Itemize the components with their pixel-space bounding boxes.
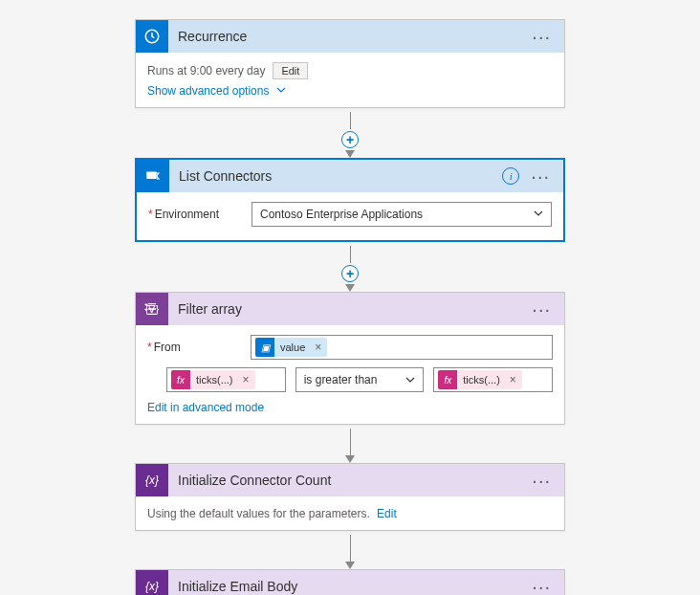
list-connectors-header[interactable]: List Connectors i ··· (137, 160, 563, 192)
init-count-title: Initialize Connector Count (168, 473, 526, 488)
edit-advanced-mode-link[interactable]: Edit in advanced mode (147, 401, 264, 414)
add-step-button[interactable]: + (341, 265, 359, 282)
chevron-down-icon (276, 84, 286, 98)
from-input[interactable]: ▣ value × (251, 335, 553, 360)
clock-icon (136, 20, 168, 53)
from-label: *From (147, 341, 243, 354)
connector-arrow: + (344, 242, 356, 292)
chevron-down-icon (534, 209, 543, 220)
condition-left[interactable]: fx ticks(...) × (166, 367, 286, 392)
chevron-down-icon (405, 375, 415, 385)
filter-array-card: {∇} Filter array ··· *From ▣ value × (135, 292, 565, 425)
condition-row: fx ticks(...) × is greater than fx ticks… (147, 367, 553, 392)
dynamic-content-icon: ▣ (255, 338, 274, 357)
variable-icon: {x} (136, 464, 168, 496)
condition-operator[interactable]: is greater than (295, 367, 425, 392)
connector-arrow (344, 425, 356, 463)
connector-arrow (344, 531, 356, 569)
filter-array-title: Filter array (168, 301, 526, 317)
init-count-edit-link[interactable]: Edit (377, 507, 397, 520)
init-count-header[interactable]: {x} Initialize Connector Count ··· (136, 464, 564, 496)
init-count-hint: Using the default values for the paramet… (147, 507, 370, 520)
edit-recurrence-button[interactable]: Edit (273, 62, 308, 79)
show-advanced-label: Show advanced options (147, 84, 269, 98)
variable-icon: {x} (136, 570, 168, 595)
init-count-card: {x} Initialize Connector Count ··· Using… (135, 463, 565, 531)
recurrence-header[interactable]: Recurrence ··· (136, 20, 564, 53)
remove-token[interactable]: × (504, 373, 522, 386)
operator-value: is greater than (304, 373, 378, 386)
list-connectors-menu[interactable]: ··· (525, 172, 556, 180)
recurrence-menu[interactable]: ··· (526, 33, 557, 40)
recurrence-schedule: Runs at 9:00 every day (147, 64, 265, 77)
connectors-icon (137, 160, 169, 192)
filter-array-menu[interactable]: ··· (526, 305, 557, 313)
init-body-title: Initialize Email Body (168, 579, 526, 594)
list-connectors-title: List Connectors (169, 168, 502, 184)
filter-array-header[interactable]: {∇} Filter array ··· (136, 293, 564, 325)
add-step-button[interactable]: + (341, 131, 359, 148)
recurrence-card: Recurrence ··· Runs at 9:00 every day Ed… (135, 19, 565, 108)
value-token: ▣ value × (255, 338, 327, 357)
svg-rect-1 (146, 172, 157, 180)
fx-icon: fx (171, 370, 190, 389)
show-advanced-link[interactable]: Show advanced options (147, 84, 286, 98)
init-count-menu[interactable]: ··· (526, 476, 557, 484)
condition-right[interactable]: fx ticks(...) × (433, 367, 553, 392)
ticks-token: fx ticks(...) × (171, 370, 255, 389)
environment-label: *Environment (148, 208, 244, 221)
init-body-card: {x} Initialize Email Body ··· Value Usin… (135, 569, 565, 595)
filter-icon: {∇} (136, 293, 168, 325)
list-connectors-card: List Connectors i ··· *Environment Conto… (135, 158, 565, 242)
init-body-menu[interactable]: ··· (526, 583, 557, 590)
environment-select[interactable]: Contoso Enterprise Applications (252, 202, 552, 227)
environment-value: Contoso Enterprise Applications (260, 208, 423, 221)
connector-arrow: + (344, 108, 356, 158)
remove-token[interactable]: × (309, 341, 327, 354)
recurrence-title: Recurrence (168, 29, 526, 44)
remove-token[interactable]: × (237, 373, 255, 386)
ticks-token: fx ticks(...) × (438, 370, 522, 389)
fx-icon: fx (438, 370, 457, 389)
init-body-header[interactable]: {x} Initialize Email Body ··· (136, 570, 564, 595)
info-icon[interactable]: i (502, 167, 519, 185)
